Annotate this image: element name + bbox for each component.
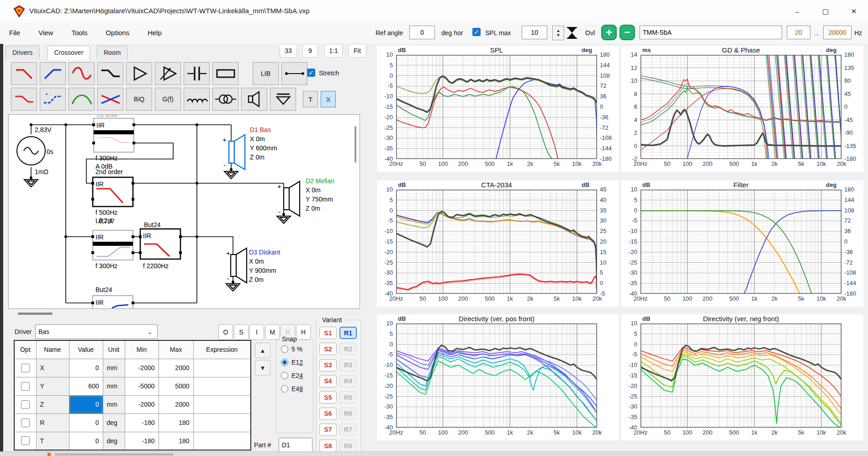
zoom-fit-button[interactable]: Fit <box>348 44 366 58</box>
opt-checkbox[interactable] <box>21 436 30 445</box>
variant-save-s2[interactable]: S2 <box>319 343 337 355</box>
param-expression[interactable] <box>193 414 251 432</box>
opt-checkbox[interactable] <box>21 400 30 409</box>
ref-angle-input[interactable] <box>409 26 435 39</box>
speaker-button[interactable] <box>241 88 267 111</box>
chart-plot[interactable] <box>396 55 597 159</box>
action-button-s[interactable]: S <box>234 324 249 340</box>
menu-item-tools[interactable]: Tools <box>62 23 96 37</box>
canvas-vscrollbar[interactable] <box>355 126 356 163</box>
param-max[interactable]: 2000 <box>159 395 193 414</box>
snap-option-e12[interactable]: E12 <box>281 359 313 366</box>
transformer-button[interactable] <box>212 88 238 111</box>
param-max[interactable]: 180 <box>159 414 193 432</box>
freq-max-input[interactable] <box>823 26 852 39</box>
hourglass-icon[interactable] <box>566 27 577 39</box>
param-value[interactable]: 0 <box>69 432 103 450</box>
menu-item-file[interactable]: File <box>0 23 29 37</box>
zoom-1to1-button[interactable]: 1:1 <box>324 44 343 58</box>
variant-recall-r1[interactable]: R1 <box>339 327 357 339</box>
param-min[interactable]: -5000 <box>125 377 159 395</box>
param-expression[interactable] <box>193 432 251 450</box>
variant-save-s1[interactable]: S1 <box>319 327 337 339</box>
inductor-button[interactable] <box>184 88 210 111</box>
param-value[interactable]: 0 <box>69 414 103 432</box>
chart-plot[interactable] <box>640 55 842 159</box>
allpass-block-button[interactable] <box>69 62 95 85</box>
spl-max-input[interactable] <box>522 26 547 39</box>
wire-button[interactable] <box>281 62 307 85</box>
gain-function-button[interactable]: G(f) <box>155 88 181 111</box>
menu-item-help[interactable]: Help <box>138 23 171 37</box>
capacitor-button[interactable] <box>184 62 210 85</box>
chart-plot[interactable] <box>396 190 597 294</box>
param-value[interactable]: 0 <box>69 359 103 377</box>
tab-drivers[interactable]: Drivers <box>5 46 39 59</box>
tab-room[interactable]: Room <box>97 46 127 59</box>
param-expression[interactable] <box>193 395 251 414</box>
spl-max-checkbox[interactable]: ✓ <box>472 28 481 36</box>
snap-option-e24[interactable]: E24 <box>281 372 313 379</box>
param-value[interactable]: 0 <box>69 395 103 414</box>
variant-save-s7[interactable]: S7 <box>319 424 337 436</box>
param-min[interactable]: -180 <box>125 414 159 432</box>
library-button[interactable]: LIB <box>253 62 279 85</box>
crossover-block-button[interactable] <box>97 88 123 111</box>
param-max[interactable]: 5000 <box>159 377 193 395</box>
param-min[interactable]: -180 <box>125 432 159 450</box>
lowpass-block-button[interactable] <box>11 62 37 85</box>
schematic-canvas[interactable]: 1st order 2,83V 0s 1mΩ IIR f 300Hz A 0dB… <box>8 114 360 309</box>
action-button-i[interactable]: I <box>249 324 264 340</box>
chart-plot[interactable] <box>396 323 597 428</box>
param-expression[interactable] <box>193 377 251 395</box>
param-min[interactable]: -2000 <box>125 395 159 414</box>
param-expression[interactable] <box>193 359 251 377</box>
peak-block-button[interactable] <box>69 88 95 111</box>
ovl-remove-button[interactable]: − <box>619 25 635 40</box>
opt-checkbox[interactable] <box>21 382 30 391</box>
param-min[interactable]: -2000 <box>125 359 159 377</box>
opt-checkbox[interactable] <box>21 364 30 372</box>
snap-option-e48[interactable]: E48 <box>281 385 313 392</box>
grid-y-button[interactable]: 9 <box>302 44 318 58</box>
param-max[interactable]: 2000 <box>159 359 193 377</box>
overlay-name-input[interactable] <box>640 26 782 39</box>
resistor-button[interactable] <box>212 62 238 85</box>
stretch-checkbox[interactable]: ✓ <box>307 69 315 77</box>
menu-item-options[interactable]: Options <box>96 23 138 37</box>
close-button[interactable]: ✕ <box>840 0 868 23</box>
menu-item-view[interactable]: View <box>29 23 62 37</box>
chart-plot[interactable] <box>640 323 842 428</box>
param-max[interactable]: 180 <box>159 432 193 450</box>
grid-x-button[interactable]: 33 <box>280 44 297 58</box>
row-down-button[interactable]: ▼ <box>255 360 270 376</box>
buffer-block-button[interactable] <box>126 62 152 85</box>
ground-button[interactable] <box>270 88 296 111</box>
part-number-input[interactable] <box>279 438 312 452</box>
delete-tool-button[interactable]: X <box>321 91 336 107</box>
variant-save-s5[interactable]: S5 <box>319 391 337 403</box>
action-button-o[interactable]: O <box>218 324 233 340</box>
voltage-source[interactable] <box>17 137 45 165</box>
param-value[interactable]: 600 <box>69 377 103 395</box>
variant-save-s3[interactable]: S3 <box>319 359 337 371</box>
action-button-m[interactable]: M <box>265 324 280 340</box>
variant-save-s6[interactable]: S6 <box>319 408 337 420</box>
row-up-button[interactable]: ▲ <box>255 343 270 358</box>
variant-save-s4[interactable]: S4 <box>319 375 337 387</box>
highpass-block-button[interactable] <box>40 62 66 85</box>
spl-max-spinner[interactable]: ▲▼ <box>552 26 564 40</box>
variant-save-s8[interactable]: S8 <box>319 440 337 452</box>
minimize-button[interactable]: – <box>783 0 811 23</box>
driver-select[interactable]: Bas ⌄ <box>35 324 158 339</box>
text-tool-button[interactable]: T <box>303 91 318 107</box>
biquad-block-button[interactable]: BiQ <box>126 88 152 111</box>
maximize-button[interactable]: ▢ <box>811 0 840 23</box>
chart-plot[interactable] <box>640 190 842 294</box>
freq-min-input[interactable] <box>787 26 810 39</box>
shelf-block-button[interactable] <box>97 62 123 85</box>
ovl-add-button[interactable]: + <box>601 25 617 40</box>
driver-d2-symbol[interactable] <box>284 181 300 216</box>
opamp-block-button[interactable] <box>155 62 181 85</box>
opt-checkbox[interactable] <box>21 419 30 427</box>
